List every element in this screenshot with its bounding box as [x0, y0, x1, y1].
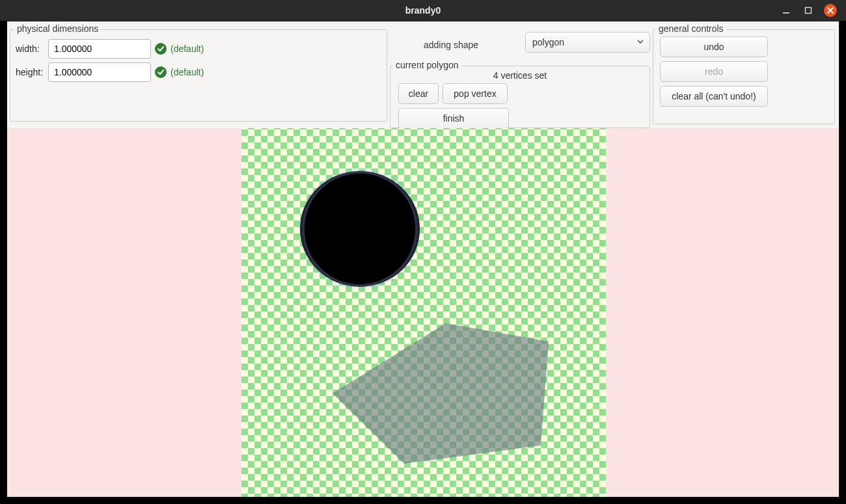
undo-button[interactable]: undo — [660, 36, 768, 57]
width-default-hint: (default) — [171, 44, 204, 54]
current-polygon-group: current polygon 4 vertices set clear pop… — [390, 66, 650, 128]
svg-rect-1 — [806, 8, 812, 14]
svg-marker-2 — [333, 323, 549, 464]
chevron-down-icon — [636, 37, 644, 47]
svg-rect-0 — [783, 12, 789, 14]
obstacle-circle — [300, 171, 420, 287]
physical-dimensions-legend: physical dimensions — [14, 23, 101, 34]
general-controls-group: general controls undo redo clear all (ca… — [653, 29, 835, 124]
height-input[interactable] — [48, 62, 151, 82]
width-label: width: — [16, 44, 44, 54]
simulation-canvas[interactable] — [7, 128, 839, 497]
drafted-polygon — [326, 318, 569, 468]
window-close-button[interactable] — [824, 4, 837, 17]
adding-shape-label: adding shape — [390, 34, 512, 50]
width-input[interactable] — [48, 39, 151, 59]
controls-panel: physical dimensions width: (default) hei… — [7, 21, 839, 128]
check-icon — [155, 66, 167, 78]
general-controls-legend: general controls — [656, 23, 726, 34]
check-icon — [155, 43, 167, 55]
window-maximize-button[interactable] — [802, 4, 815, 17]
shape-dropdown-value: polygon — [532, 37, 564, 47]
physical-dimensions-group: physical dimensions width: (default) hei… — [10, 29, 387, 122]
app-window: physical dimensions width: (default) hei… — [7, 21, 839, 497]
height-default-hint: (default) — [171, 67, 204, 77]
vertices-count: 4 vertices set — [464, 70, 576, 81]
clear-all-button[interactable]: clear all (can't undo!) — [660, 86, 768, 107]
window-title: brandy0 — [0, 5, 846, 16]
finish-polygon-button[interactable]: finish — [398, 108, 509, 129]
window-minimize-button[interactable] — [780, 4, 793, 17]
clear-polygon-button[interactable]: clear — [398, 83, 439, 104]
shape-dropdown[interactable]: polygon — [525, 32, 650, 53]
current-polygon-legend: current polygon — [393, 60, 461, 70]
pop-vertex-button[interactable]: pop vertex — [443, 83, 508, 104]
redo-button: redo — [660, 61, 768, 82]
simulation-domain — [241, 128, 606, 497]
height-label: height: — [16, 67, 44, 77]
titlebar: brandy0 — [0, 0, 846, 21]
